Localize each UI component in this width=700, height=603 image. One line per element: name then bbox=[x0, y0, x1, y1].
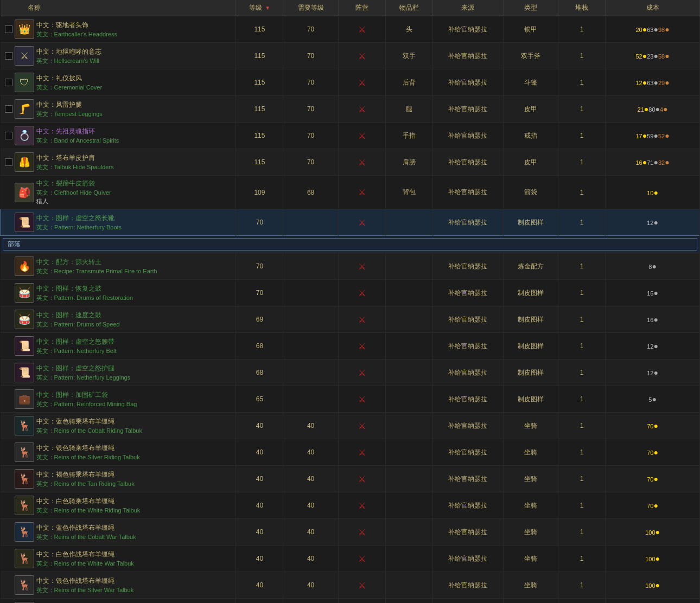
item-slot bbox=[385, 492, 432, 519]
col-stack[interactable]: 堆栈 bbox=[558, 0, 606, 16]
item-cost: 12● bbox=[606, 209, 700, 236]
row-checkbox[interactable] bbox=[5, 79, 12, 86]
item-camp: ⚔ bbox=[338, 439, 385, 466]
faction-icon: ⚔ bbox=[358, 421, 366, 431]
item-level: 70 bbox=[236, 253, 283, 280]
item-icon: 🦌 bbox=[15, 469, 34, 489]
item-icon: 👑 bbox=[15, 20, 34, 39]
faction-icon: ⚔ bbox=[358, 288, 366, 298]
item-level: 40 bbox=[236, 599, 283, 604]
table-row: 🦌 中文：褐色骑乘塔布羊缰绳 英文：Reins of the Tan Ridin… bbox=[1, 466, 700, 492]
item-names: 中文：褐色骑乘塔布羊缰绳 英文：Reins of the Tan Riding … bbox=[36, 470, 135, 488]
item-level: 40 bbox=[236, 572, 283, 599]
item-type: 坐骑 bbox=[503, 519, 558, 546]
row-checkbox[interactable] bbox=[5, 52, 12, 60]
item-cost: 10● bbox=[606, 176, 700, 209]
item-names: 中文：裂蹄牛皮箭袋 英文：Clefthoof Hide Quiver 猎人 bbox=[36, 179, 111, 206]
item-cost: 70● bbox=[606, 413, 700, 439]
item-icon: 🔥 bbox=[15, 256, 34, 276]
col-camp[interactable]: 阵营 bbox=[338, 0, 385, 16]
item-camp: ⚔ bbox=[338, 333, 385, 360]
item-type: 坐骑 bbox=[503, 572, 558, 599]
item-slot: 腿 bbox=[385, 96, 432, 123]
item-slot: 头 bbox=[385, 16, 432, 43]
item-type: 坐骑 bbox=[503, 466, 558, 492]
item-en-name: 英文：Pattern: Reinforced Mining Bag bbox=[36, 400, 137, 408]
item-slot bbox=[385, 209, 432, 236]
faction-icon: ⚔ bbox=[358, 501, 366, 510]
item-cost: 20●63●98● bbox=[606, 16, 700, 43]
table-row: 🦌 中文：白色作战塔布羊缰绳 英文：Reins of the White War… bbox=[1, 546, 700, 572]
item-camp: ⚔ bbox=[338, 123, 385, 149]
item-cn-name: 中文：风雷护腿 bbox=[36, 100, 103, 110]
item-slot bbox=[385, 519, 432, 546]
item-names: 中文：白色作战塔布羊缰绳 英文：Reins of the White War T… bbox=[36, 550, 134, 568]
item-cn-name: 中文：银色作战塔布羊缰绳 bbox=[36, 576, 134, 586]
item-stack: 1 bbox=[558, 572, 606, 599]
item-slot bbox=[385, 306, 432, 333]
table-row: 🛡 中文：礼仪披风 英文：Ceremonial Cover 11570⚔后背补给… bbox=[1, 69, 700, 96]
item-icon: 🥁 bbox=[15, 310, 34, 329]
item-type: 制皮图样 bbox=[503, 333, 558, 360]
item-req-level: 70 bbox=[283, 149, 338, 176]
item-stack: 1 bbox=[558, 253, 606, 280]
table-row: 👑 中文：驱地者头饰 英文：Earthcaller's Headdress 11… bbox=[1, 16, 700, 43]
item-camp: ⚔ bbox=[338, 572, 385, 599]
table-row: 📜 中文：图样：虚空之怒长靴 英文：Pattern: Netherfury Bo… bbox=[1, 209, 700, 236]
item-source: 补给官纳瑟拉 bbox=[432, 413, 503, 439]
table-header: 名称 等级 ▼ 需要等级 阵营 物品栏 来源 bbox=[1, 0, 700, 16]
faction-icon: ⚔ bbox=[358, 78, 366, 87]
item-slot bbox=[385, 572, 432, 599]
item-slot bbox=[385, 466, 432, 492]
table-row: 🦌 中文：蓝色骑乘塔布羊缰绳 英文：Reins of the Cobalt Ri… bbox=[1, 413, 700, 439]
item-type: 皮甲 bbox=[503, 149, 558, 176]
item-type: 坐骑 bbox=[503, 413, 558, 439]
col-cost[interactable]: 成本 bbox=[606, 0, 700, 16]
item-cost: 100● bbox=[606, 572, 700, 599]
item-cost: 8● bbox=[606, 253, 700, 280]
item-source: 补给官纳瑟拉 bbox=[432, 360, 503, 386]
item-level: 69 bbox=[236, 306, 283, 333]
item-cn-name: 中文：白色作战塔布羊缰绳 bbox=[36, 550, 134, 559]
col-req-level[interactable]: 需要等级 bbox=[283, 0, 338, 16]
row-checkbox[interactable] bbox=[5, 158, 12, 166]
table-row: 🥁 中文：图样：速度之鼓 英文：Pattern: Drums of Speed … bbox=[1, 306, 700, 333]
item-source: 补给官纳瑟拉 bbox=[432, 599, 503, 604]
item-icon: 🎒 bbox=[15, 183, 34, 202]
col-level[interactable]: 等级 ▼ bbox=[236, 0, 283, 16]
item-en-name: 英文：Reins of the Silver Riding Talbuk bbox=[36, 453, 140, 461]
col-slot[interactable]: 物品栏 bbox=[385, 0, 432, 16]
item-stack: 1 bbox=[558, 333, 606, 360]
item-level: 40 bbox=[236, 546, 283, 572]
item-en-name: 英文：Tempest Leggings bbox=[36, 110, 103, 118]
item-level: 65 bbox=[236, 386, 283, 413]
item-cn-name: 中文：褐色骑乘塔布羊缰绳 bbox=[36, 470, 135, 479]
faction-icon: ⚔ bbox=[358, 188, 366, 197]
col-name[interactable]: 名称 bbox=[1, 0, 236, 16]
table-row: 🦺 中文：塔布羊皮护肩 英文：Talbuk Hide Spaulders 115… bbox=[1, 149, 700, 176]
item-slot bbox=[385, 253, 432, 280]
sort-arrow-icon: ▼ bbox=[265, 5, 270, 11]
item-stack: 1 bbox=[558, 599, 606, 604]
item-en-name: 英文：Hellscream's Will bbox=[36, 57, 101, 65]
item-names: 中文：银色骑乘塔布羊缰绳 英文：Reins of the Silver Ridi… bbox=[36, 444, 140, 461]
row-checkbox[interactable] bbox=[5, 132, 12, 139]
item-level: 115 bbox=[236, 16, 283, 43]
item-en-name: 英文：Pattern: Drums of Restoration bbox=[36, 294, 133, 302]
col-req-label: 需要等级 bbox=[298, 4, 324, 11]
item-stack: 1 bbox=[558, 149, 606, 176]
item-en-name: 英文：Reins of the Tan Riding Talbuk bbox=[36, 480, 135, 488]
item-names: 中文：配方：源火转土 英文：Recipe: Transmute Primal F… bbox=[36, 258, 157, 275]
col-source[interactable]: 来源 bbox=[432, 0, 503, 16]
item-type: 坐骑 bbox=[503, 546, 558, 572]
item-req-level: 40 bbox=[283, 413, 338, 439]
item-cost: 21●80●4● bbox=[606, 96, 700, 123]
item-cn-name: 中文：图样：虚空之怒长靴 bbox=[36, 214, 122, 223]
item-req-level: 68 bbox=[283, 176, 338, 209]
item-names: 中文：银色作战塔布羊缰绳 英文：Reins of the Silver War … bbox=[36, 576, 134, 594]
item-type: 坐骑 bbox=[503, 439, 558, 466]
col-type[interactable]: 类型 bbox=[503, 0, 558, 16]
row-checkbox[interactable] bbox=[5, 25, 12, 33]
row-checkbox[interactable] bbox=[5, 105, 12, 113]
item-stack: 1 bbox=[558, 69, 606, 96]
